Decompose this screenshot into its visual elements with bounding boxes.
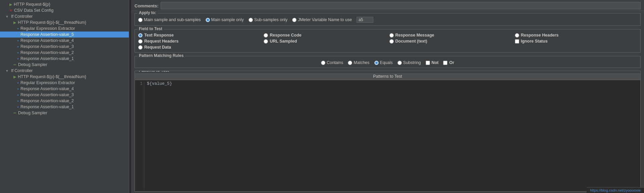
comments-input[interactable] <box>161 2 641 9</box>
apply-to-title: Apply to: <box>138 10 158 15</box>
collapse-icon[interactable]: ▼ <box>5 69 9 73</box>
pat-substring-input[interactable] <box>397 61 402 65</box>
sidebar-item-response-assert-4a[interactable]: ▪Response Assertion-value_4 <box>0 38 129 44</box>
apply-main-sub-radio[interactable] <box>138 18 143 22</box>
field-item-field-resp-headers[interactable]: Response Headers <box>515 33 637 38</box>
item-label: Response Assertion-value_2 <box>20 99 74 103</box>
sidebar-item-debug-sampler-2[interactable]: ✏Debug Sampler <box>0 110 129 116</box>
sidebar-item-response-assert-3b[interactable]: ▪Response Assertion-value_3 <box>0 92 129 98</box>
field-resp-msg-input[interactable] <box>389 33 394 38</box>
apply-to-apply-jmeter-var[interactable]: JMeter Variable Name to use <box>292 17 352 22</box>
field-ignore-status-input[interactable] <box>515 39 519 44</box>
apply-sub-only-radio[interactable] <box>249 18 253 22</box>
field-req-data-input[interactable] <box>138 45 143 50</box>
item-icon: ▪ <box>17 105 19 109</box>
sidebar-item-regex-extractor-1[interactable]: ▪Regular Expression Extractor <box>0 25 129 31</box>
pat-not-input[interactable] <box>426 61 430 65</box>
item-label: Regular Expression Extractor <box>20 26 75 31</box>
apply-jmeter-var-radio[interactable] <box>292 18 297 22</box>
sidebar-item-response-assert-5[interactable]: ▪Response Assertion-value_5 <box>0 31 129 38</box>
field-item-field-req-data[interactable]: Request Data <box>138 45 260 50</box>
sidebar-item-http-req-p2[interactable]: ▶HTTP Request-${p}-${__threadNum} <box>0 19 129 25</box>
apply-main-only-radio[interactable] <box>206 18 210 22</box>
status-bar: https://blog.csdn.net/zyooooxie <box>587 187 644 193</box>
field-item-field-resp-code[interactable]: Response Code <box>264 33 386 38</box>
field-to-test-grid: Text ResponseResponse CodeResponse Messa… <box>138 31 637 50</box>
apply-to-apply-main-only[interactable]: Main sample only <box>206 17 244 22</box>
item-label: Response Assertion-value_1 <box>20 56 74 61</box>
apply-to-apply-main-sub[interactable]: Main sample and sub-samples <box>138 17 201 22</box>
item-label: If Controller <box>11 68 33 73</box>
field-to-test-title: Field to Test <box>138 26 164 31</box>
sidebar-item-response-assert-1a[interactable]: ▪Response Assertion-value_1 <box>0 56 129 62</box>
field-text-resp-input[interactable] <box>138 33 143 38</box>
sidebar-item-if-controller-1[interactable]: ▼If Controller <box>0 13 129 19</box>
item-label: CSV Data Set Config <box>14 8 53 13</box>
patterns-editor[interactable]: 1 ${value_5} <box>135 80 640 191</box>
field-text-resp-label: Text Response <box>144 33 174 38</box>
field-item-field-req-headers[interactable]: Request Headers <box>138 39 260 44</box>
sidebar-item-regex-extractor-2[interactable]: ▪Regular Expression Extractor <box>0 80 129 86</box>
item-icon: ▪ <box>17 57 19 61</box>
pattern-pat-equals[interactable]: Equals <box>374 60 393 65</box>
pat-substring-label: Substring <box>403 60 421 65</box>
patterns-to-test-panel: Patterns to Test Patterns to Test 1 ${va… <box>135 71 641 192</box>
pat-equals-input[interactable] <box>374 61 379 65</box>
item-icon: ▪ <box>17 51 19 55</box>
apply-jmeter-var-label: JMeter Variable Name to use <box>298 17 352 22</box>
patterns-to-test-title: Patterns to Test <box>138 71 170 73</box>
sidebar-item-csv-data-set[interactable]: ✕CSV Data Set Config <box>0 7 129 13</box>
patterns-header: Patterns to Test <box>135 73 640 80</box>
item-icon: ▪ <box>17 39 19 43</box>
field-item-field-text-resp[interactable]: Text Response <box>138 33 260 38</box>
sidebar-item-if-controller-2[interactable]: ▼If Controller <box>0 68 129 74</box>
field-req-headers-label: Request Headers <box>144 39 178 44</box>
field-req-data-label: Request Data <box>144 45 171 50</box>
item-icon: ▶ <box>9 2 12 7</box>
apply-to-apply-sub-only[interactable]: Sub-samples only <box>249 17 287 22</box>
pattern-pat-matches[interactable]: Matches <box>348 60 369 65</box>
sidebar-item-response-assert-2b[interactable]: ▪Response Assertion-value_2 <box>0 98 129 104</box>
field-to-test-section: Field to Test Text ResponseResponse Code… <box>135 29 641 53</box>
sidebar-item-response-assert-4b[interactable]: ▪Response Assertion-value_4 <box>0 86 129 92</box>
apply-to-section: Apply to: Main sample and sub-samplesMai… <box>135 13 641 26</box>
pattern-pat-or[interactable]: Or <box>443 60 454 65</box>
jmeter-var-input[interactable] <box>357 17 373 23</box>
field-item-field-url-sampled[interactable]: URL Sampled <box>264 39 386 44</box>
field-item-field-document[interactable]: Document (text) <box>389 39 512 44</box>
pattern-pat-substring[interactable]: Substring <box>397 60 421 65</box>
apply-to-radio-group: Main sample and sub-samplesMain sample o… <box>138 15 637 23</box>
item-label: If Controller <box>11 14 33 19</box>
field-item-field-resp-msg[interactable]: Response Message <box>389 33 512 38</box>
code-content[interactable]: ${value_5} <box>147 81 638 190</box>
item-icon: ▶ <box>13 75 16 79</box>
comments-label: Comments: <box>135 3 159 8</box>
pat-contains-label: Contains <box>327 60 343 65</box>
item-label: HTTP Request-${p} <box>14 2 50 7</box>
item-label: HTTP Request-${p}-${__threadNum} <box>18 74 86 79</box>
field-resp-headers-input[interactable] <box>515 33 519 38</box>
pat-contains-input[interactable] <box>321 61 325 65</box>
item-icon: ✏ <box>13 63 16 67</box>
pattern-pat-contains[interactable]: Contains <box>321 60 343 65</box>
field-req-headers-input[interactable] <box>138 39 143 44</box>
sidebar-item-debug-sampler-1[interactable]: ✏Debug Sampler <box>0 62 129 68</box>
item-icon: ✕ <box>9 8 12 13</box>
item-label: Debug Sampler <box>18 62 47 67</box>
item-label: Regular Expression Extractor <box>20 80 75 85</box>
field-item-field-ignore-status[interactable]: Ignore Status <box>515 39 637 44</box>
field-document-input[interactable] <box>389 39 394 44</box>
sidebar-item-http-req-p3[interactable]: ▶HTTP Request-${p}-${__threadNum} <box>0 74 129 80</box>
collapse-icon[interactable]: ▼ <box>5 15 9 18</box>
item-label: Response Assertion-value_4 <box>20 38 74 43</box>
sidebar-item-http-req-p[interactable]: ▶HTTP Request-${p} <box>0 1 129 7</box>
sidebar-item-response-assert-1b[interactable]: ▪Response Assertion-value_1 <box>0 104 129 110</box>
field-resp-code-input[interactable] <box>264 33 268 38</box>
pat-matches-input[interactable] <box>348 61 352 65</box>
sidebar-item-response-assert-3a[interactable]: ▪Response Assertion-value_3 <box>0 44 129 50</box>
apply-sub-only-label: Sub-samples only <box>254 17 287 22</box>
field-url-sampled-input[interactable] <box>264 39 268 44</box>
pat-or-input[interactable] <box>443 61 447 65</box>
sidebar-item-response-assert-2a[interactable]: ▪Response Assertion-value_2 <box>0 50 129 56</box>
pattern-pat-not[interactable]: Not <box>426 60 439 65</box>
